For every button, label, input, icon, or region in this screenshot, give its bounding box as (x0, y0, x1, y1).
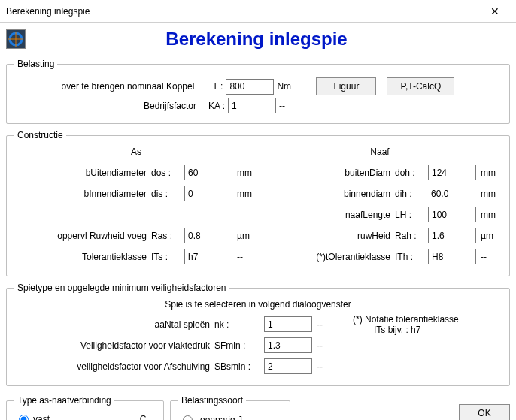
as-ruw-lbl: oppervl Ruwheid voeg (14, 231, 147, 241)
bedrijfs-label: Bedrijfsfactor (46, 101, 196, 111)
bedrijfs-input[interactable] (228, 98, 276, 113)
belastingssoort-legend: Belastingssoort (178, 395, 246, 406)
sfmin-sym: SFmin : (214, 340, 260, 351)
naaf-ruw-sym: Rah : (395, 231, 423, 241)
naaf-ruw-input[interactable] (428, 228, 476, 243)
bedrijfs-sym: KA : (199, 101, 225, 111)
naaf-buiten-unit: mm (481, 168, 502, 178)
as-buiten-input[interactable] (184, 165, 232, 180)
as-tol-unit: -- (237, 252, 258, 262)
type-label-0: vast (33, 414, 138, 420)
naaf-head: Naaf (258, 147, 502, 157)
belastingssoort-group: Belastingssoort eenparig JPulserendWisse… (170, 395, 290, 420)
close-icon[interactable]: ✕ (480, 1, 510, 22)
naaf-binnen-sym: dih : (395, 189, 423, 199)
naaf-buiten-sym: doh : (395, 168, 423, 178)
window-title: Berekening inlegspie (6, 6, 90, 17)
as-buiten-unit: mm (237, 168, 258, 178)
naaf-tol-unit: -- (481, 252, 502, 262)
naaf-lengte-lbl: naafLengte (258, 210, 390, 220)
sfmin-lbl: Veiligheidsfactor voor vlaktedruk (14, 340, 210, 351)
as-binnen-input[interactable] (184, 186, 232, 201)
sbsmin-lbl: veiligheidsfactor voor Afschuiving (14, 361, 210, 372)
tol-note-1: (*) Notatie tolerantieklasse (353, 314, 502, 325)
type-option-0[interactable]: vastC (14, 414, 156, 420)
as-tol-input[interactable] (184, 249, 232, 264)
ptcalcq-button[interactable]: P,T-CalcQ (387, 77, 454, 95)
aantal-unit: -- (317, 319, 338, 330)
naaf-buiten-input[interactable] (428, 165, 476, 180)
as-buiten-lbl: bUitendiameter (14, 168, 147, 178)
as-binnen-unit: mm (237, 189, 258, 199)
naaf-lengte-sym: LH : (395, 210, 423, 220)
page-title: Berekening inlegspie (33, 29, 510, 50)
naaf-binnen-val: 60.0 (428, 186, 476, 201)
soort-radio-0[interactable] (183, 415, 193, 421)
type-verbinding-legend: Type as-naafverbinding (14, 395, 114, 406)
sfmin-unit: -- (317, 340, 338, 351)
constructie-group: Constructie As bUitendiameter dos : mm b… (6, 130, 510, 276)
bedrijfs-unit: -- (279, 101, 302, 111)
spietype-legend: Spietype en opgelegde minimum veiligheid… (14, 283, 229, 293)
naaf-binnen-lbl: binnendiam (258, 189, 390, 199)
aantal-input[interactable] (264, 316, 312, 332)
as-ruw-unit: µm (237, 231, 258, 241)
as-buiten-sym: dos : (151, 168, 180, 178)
type-verbinding-group: Type as-naafverbinding vastCglijdend onb… (6, 395, 164, 420)
aantal-sym: nk : (214, 319, 260, 330)
sbsmin-unit: -- (317, 361, 338, 372)
spietype-group: Spietype en opgelegde minimum veiligheid… (6, 283, 510, 386)
naaf-ruw-unit: µm (481, 231, 502, 241)
sbsmin-input[interactable] (264, 358, 312, 374)
sbsmin-sym: SBsmin : (214, 361, 260, 372)
app-logo (6, 29, 26, 49)
as-tol-sym: ITs : (151, 252, 180, 262)
aantal-lbl: aaNtal spieën (14, 319, 210, 330)
naaf-ruw-lbl: ruwHeid (258, 231, 390, 241)
as-ruw-sym: Ras : (151, 231, 180, 241)
as-binnen-lbl: bInnendiameter (14, 189, 147, 199)
naaf-buiten-lbl: buitenDiam (258, 168, 390, 178)
soort-option-0[interactable]: eenparig J (178, 415, 282, 420)
belasting-legend: Belasting (14, 59, 57, 69)
naaf-tol-sym: ITh : (395, 252, 423, 262)
belasting-group: Belasting over te brengen nominaal Koppe… (6, 59, 510, 124)
naaf-lengte-input[interactable] (428, 207, 476, 222)
figuur-button[interactable]: Figuur (316, 77, 376, 95)
koppel-sym: T : (197, 81, 223, 92)
as-head: As (14, 147, 258, 157)
as-ruw-input[interactable] (184, 228, 232, 243)
koppel-unit: Nm (277, 81, 299, 92)
type-radio-0[interactable] (19, 415, 29, 421)
as-binnen-sym: dis : (151, 189, 180, 199)
constructie-legend: Constructie (14, 130, 66, 141)
ok-button[interactable]: OK (459, 404, 510, 420)
spietype-intro: Spie is te selecteren in volgend dialoog… (14, 299, 502, 310)
as-tol-lbl: Tolerantieklasse (14, 252, 147, 262)
naaf-binnen-unit: mm (481, 189, 502, 199)
naaf-tol-lbl: (*)tOlerantieklasse (258, 252, 390, 262)
koppel-label: over te brengen nominaal Koppel (62, 81, 195, 92)
naaf-tol-input[interactable] (428, 249, 476, 264)
type-letter-0: C (138, 414, 148, 420)
tol-note-2: ITs bijv. : h7 (353, 325, 502, 335)
titlebar: Berekening inlegspie ✕ (0, 0, 516, 23)
soort-label-0: eenparig J (200, 415, 242, 420)
sfmin-input[interactable] (264, 337, 312, 353)
naaf-lengte-unit: mm (481, 210, 502, 220)
koppel-input[interactable] (226, 79, 274, 95)
